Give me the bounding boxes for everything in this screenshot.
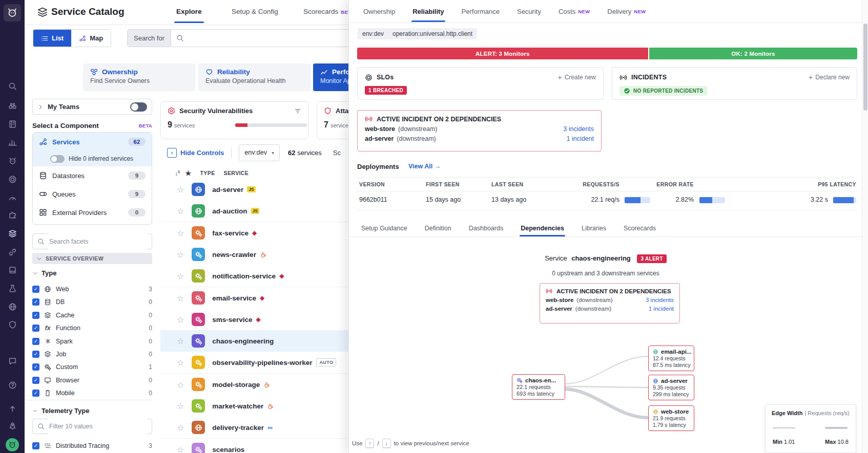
- scrollbar-thumb[interactable]: [863, 24, 867, 111]
- subtab-scorecards[interactable]: Scorecards: [624, 225, 656, 232]
- facet-browser[interactable]: ✓ Browser0: [32, 374, 152, 386]
- checkbox-checked[interactable]: ✓: [32, 442, 39, 449]
- type-facet-header[interactable]: Type: [32, 269, 152, 277]
- star-icon[interactable]: ☆: [177, 250, 184, 260]
- ok-monitors-segment[interactable]: OK: 2 Monitors: [649, 48, 857, 59]
- monitors-icon[interactable]: [7, 156, 17, 166]
- telemetry-filter-input[interactable]: [48, 419, 147, 434]
- subtab-definition[interactable]: Definition: [425, 225, 451, 232]
- graph-node-web-store[interactable]: web-store 21.9 requests 1.79 s latency: [648, 405, 694, 431]
- sort-icon[interactable]: ↓1: [175, 169, 180, 177]
- apm-icon[interactable]: [7, 192, 17, 203]
- star-icon[interactable]: ☆: [177, 445, 184, 453]
- user-avatar[interactable]: [6, 438, 19, 451]
- star-icon[interactable]: ☆: [177, 380, 184, 390]
- facet-function[interactable]: ✓ fx Function0: [32, 321, 152, 334]
- clipped-control[interactable]: Sc: [333, 149, 341, 157]
- star-icon[interactable]: ☆: [177, 315, 184, 325]
- detail-tab-delivery[interactable]: DeliveryNEW: [607, 8, 646, 15]
- facet-spark[interactable]: ✓ Spark0: [32, 335, 152, 348]
- usage-icon[interactable]: [7, 301, 17, 312]
- detail-tab-security[interactable]: Security: [517, 8, 541, 15]
- star-icon[interactable]: ☆: [177, 206, 184, 216]
- deployment-row[interactable]: 9662b011 15 days ago 13 days ago 22.1 re…: [357, 190, 857, 210]
- metrics-icon[interactable]: [7, 137, 17, 147]
- security-icon[interactable]: [7, 319, 17, 330]
- my-teams-toggle-row[interactable]: My Teams: [32, 99, 152, 115]
- facet-db[interactable]: ✓ DB0: [32, 295, 152, 308]
- operation-tag[interactable]: operation:universal.http.client: [388, 28, 477, 39]
- facet-mobile[interactable]: ✓ Mobile0: [32, 386, 152, 399]
- subtab-setup-guidance[interactable]: Setup Guidance: [361, 225, 407, 232]
- search-icon[interactable]: [7, 81, 17, 91]
- facet-job[interactable]: ✓ Job0: [32, 348, 152, 360]
- subtab-dashboards[interactable]: Dashboards: [469, 225, 503, 232]
- create-new-slo-button[interactable]: +Create new: [557, 73, 596, 81]
- search-facets-input[interactable]: [48, 233, 147, 249]
- component-queues[interactable]: Queues 9: [33, 185, 152, 203]
- tab-explore[interactable]: Explore: [176, 8, 202, 15]
- tab-scorecards[interactable]: ScorecardsBETA: [303, 8, 355, 15]
- tab-setup-config[interactable]: Setup & Config: [232, 8, 278, 15]
- env-tag[interactable]: env:dev: [358, 28, 388, 39]
- panel-scrollbar[interactable]: [862, 0, 868, 453]
- alert-monitors-segment[interactable]: ALERT: 3 Monitors: [357, 48, 648, 59]
- graph-node-ad-server[interactable]: ad-server 9.35 requests 299 ms latency: [648, 375, 694, 400]
- watchdog-icon[interactable]: [7, 100, 17, 111]
- detail-tab-costs[interactable]: CostsNEW: [559, 8, 590, 15]
- list-view-button[interactable]: List: [33, 30, 71, 47]
- component-datastores[interactable]: Datastores 9: [33, 166, 152, 185]
- component-external-providers[interactable]: External Providers 0: [33, 203, 152, 222]
- env-filter-dropdown[interactable]: env:dev▾: [239, 144, 280, 161]
- star-icon[interactable]: ☆: [177, 271, 184, 281]
- subtab-libraries[interactable]: Libraries: [582, 225, 606, 232]
- star-icon[interactable]: ☆: [177, 423, 184, 433]
- integrations-icon[interactable]: [7, 210, 17, 220]
- rocket-icon[interactable]: [7, 421, 17, 431]
- subtab-dependencies[interactable]: Dependencies: [521, 225, 564, 232]
- star-icon[interactable]: ☆: [177, 185, 184, 195]
- inferred-services-toggle-row[interactable]: Hide 0 inferred services: [33, 151, 152, 166]
- slo-breached-badge[interactable]: 1 BREACHED: [365, 86, 407, 95]
- declare-new-incident-button[interactable]: +Declare new: [809, 73, 850, 81]
- checkbox-checked[interactable]: ✓: [32, 338, 39, 345]
- incident-link[interactable]: 1 incident: [649, 306, 674, 312]
- incidents-link[interactable]: 3 incidents: [646, 297, 674, 303]
- view-all-link[interactable]: View All →: [408, 163, 441, 170]
- logs-icon[interactable]: [7, 265, 17, 275]
- tab-reliability[interactable]: Reliability Evaluate Operational Health: [198, 63, 311, 91]
- star-icon[interactable]: ☆: [177, 228, 184, 238]
- checkbox-checked[interactable]: ✓: [32, 298, 39, 306]
- detail-tab-reliability[interactable]: Reliability: [412, 8, 444, 15]
- dashboards-icon[interactable]: [7, 119, 17, 129]
- boost-icon[interactable]: [7, 403, 17, 414]
- labs-icon[interactable]: [7, 283, 17, 293]
- star-icon[interactable]: ☆: [177, 401, 184, 411]
- star-icon[interactable]: ☆: [177, 336, 184, 346]
- checkbox-checked[interactable]: ✓: [32, 325, 39, 332]
- facet-web[interactable]: ✓ Web3: [32, 283, 152, 295]
- inferred-toggle[interactable]: [50, 155, 65, 163]
- telemetry-facet-header[interactable]: Telemetry Type: [32, 407, 152, 415]
- datadog-logo[interactable]: [4, 4, 21, 21]
- graph-node-email-api[interactable]: email-api... 12.4 requests 87.5 ms laten…: [648, 346, 694, 371]
- tab-ownership[interactable]: Ownership Find Service Owners: [83, 63, 195, 91]
- graph-node-chaos-engineering[interactable]: chaos-en... 22.1 requests 693 ms latency: [512, 374, 565, 400]
- chat-icon[interactable]: [7, 356, 17, 366]
- hide-controls-button[interactable]: ‹ Hide Controls: [167, 148, 224, 158]
- star-icon[interactable]: ☆: [177, 293, 184, 303]
- checkbox-checked[interactable]: ✓: [32, 390, 39, 397]
- security-vulnerabilities-widget[interactable]: Security Vulnerabilities 9services: [160, 101, 308, 139]
- star-icon[interactable]: ☆: [177, 358, 184, 368]
- incidents-link[interactable]: 3 incidents: [563, 125, 594, 133]
- checkbox-checked[interactable]: ✓: [32, 312, 39, 319]
- star-column-icon[interactable]: ★: [185, 169, 191, 177]
- checkbox-checked[interactable]: ✓: [32, 351, 39, 358]
- detail-tab-performance[interactable]: Performance: [462, 8, 500, 15]
- component-services[interactable]: Services 62: [33, 133, 152, 151]
- my-teams-toggle[interactable]: [130, 102, 147, 112]
- facet-custom[interactable]: ✓ Custom1: [32, 360, 152, 373]
- detail-tab-ownership[interactable]: Ownership: [363, 8, 395, 15]
- alert-count-badge[interactable]: 3 ALERT: [637, 254, 666, 263]
- filter-icon[interactable]: [294, 107, 301, 115]
